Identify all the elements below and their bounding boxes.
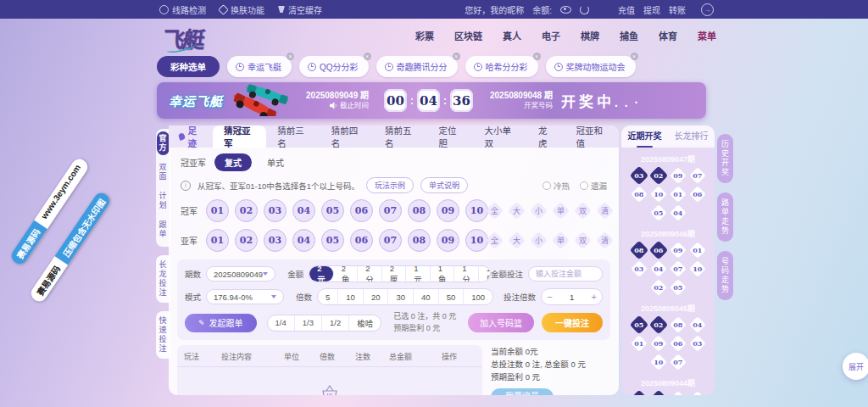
quick-select-button[interactable]: 单 [552,231,570,249]
nav-item[interactable]: 彩票 [415,29,434,42]
close-icon[interactable] [287,53,294,60]
trail-button[interactable]: 足迹 [169,125,213,149]
multiple-option[interactable]: 30 [388,289,414,304]
multiple-option[interactable]: 100 [464,289,492,304]
game-tab[interactable]: QQ分分彩 [299,56,369,77]
number-ball[interactable]: 04 [292,229,315,252]
multiple-option[interactable]: 50 [439,289,465,304]
amount-option[interactable]: 1厘 [479,266,491,282]
game-tab[interactable]: 哈希分分彩 [465,56,538,77]
rail-pill[interactable]: 长龙投注 [156,255,170,303]
number-ball[interactable]: 07 [379,229,402,252]
add-to-basket-button[interactable]: 加入号码篮 [468,313,534,332]
nav-item[interactable]: 棋牌 [581,29,599,42]
side-pill[interactable]: 路单走势 [717,192,733,242]
logout-icon[interactable] [701,3,714,16]
lottery-menu-button[interactable]: 彩种选单 [157,56,220,77]
fraction-option[interactable]: 1/3 [295,315,322,331]
bet-type-tab[interactable]: 冠亚和值 [565,125,619,148]
nav-item[interactable]: 真人 [503,29,521,42]
bet-type-tab[interactable]: 猜前五名 [374,125,427,148]
quick-select-button[interactable]: 大 [508,231,526,249]
radio-option[interactable]: 冷热 [542,180,570,192]
close-icon[interactable] [364,53,371,60]
recent-tab[interactable]: 长龙排行 [668,125,715,148]
tip-button[interactable]: 玩法示例 [366,177,414,193]
refresh-icon[interactable] [580,5,589,14]
amount-option[interactable]: 2元 [309,266,334,282]
rail-item[interactable]: 计划 [157,189,170,213]
number-ball[interactable]: 09 [437,199,459,222]
number-ball[interactable]: 06 [350,199,373,222]
site-logo[interactable]: 飞艇 [163,22,203,53]
bet-multiple-input[interactable] [559,292,585,303]
amount-option[interactable]: 2分 [358,266,382,282]
close-icon[interactable] [631,53,638,60]
amount-input[interactable] [528,266,603,282]
number-ball[interactable]: 07 [379,199,402,222]
bet-type-tab[interactable]: 猜前四名 [320,125,374,148]
plus-button[interactable]: + [592,293,597,302]
number-ball[interactable]: 06 [350,229,373,252]
expand-button[interactable]: 展开 [843,353,868,380]
number-ball[interactable]: 08 [408,229,431,252]
multiple-option[interactable]: 40 [414,289,439,304]
number-ball[interactable]: 05 [321,229,344,252]
start-follow-button[interactable]: ✎ 发起跟单 [185,314,257,332]
speaker-icon[interactable] [330,102,337,109]
amount-option[interactable]: 2厘 [382,266,407,282]
mode-select[interactable]: 176.94-0% [206,289,284,304]
bet-type-tab[interactable]: 猜冠亚军 [213,125,266,148]
rail-item[interactable]: 双面 [157,160,170,184]
fraction-option[interactable]: 1/2 [322,315,349,331]
number-ball[interactable]: 10 [465,199,488,222]
radio-option[interactable]: 遗漏 [580,180,607,192]
topbar-link[interactable]: 线路检测 [159,3,206,16]
topbar-link[interactable]: 清空缓存 [278,3,322,16]
nav-item[interactable]: 体育 [659,29,677,42]
side-pill[interactable]: 号码走势 [717,251,733,300]
number-ball[interactable]: 08 [408,199,431,222]
number-ball[interactable]: 01 [206,199,229,222]
game-tab[interactable]: 奖牌动物运动会 [546,56,636,77]
topbar-action[interactable]: 转账 [669,3,686,16]
quick-select-button[interactable]: 双 [574,202,592,220]
quick-select-button[interactable]: 全 [486,231,504,249]
mode-pill[interactable]: 复式 [214,153,252,171]
quick-select-button[interactable]: 大 [508,202,526,220]
mode-pill[interactable]: 单式 [257,153,294,171]
amount-option[interactable]: 1分 [454,266,479,282]
minus-button[interactable]: − [547,293,552,302]
quick-select-button[interactable]: 小 [530,202,548,220]
nav-item[interactable]: 捕鱼 [620,29,638,42]
quick-select-button[interactable]: 清 [596,231,614,249]
number-ball[interactable]: 02 [235,229,258,252]
close-icon[interactable] [533,53,541,60]
topbar-action[interactable]: 提现 [643,3,660,16]
multiple-option[interactable]: 20 [364,289,389,304]
number-ball[interactable]: 03 [264,199,287,222]
quick-select-button[interactable]: 小 [530,231,548,249]
close-icon[interactable] [453,53,460,60]
game-tab[interactable]: 幸运飞艇 [227,56,292,77]
side-pill[interactable]: 历史开奖 [717,134,733,183]
bet-type-tab[interactable]: 定位胆 [427,125,473,148]
multiple-option[interactable]: 10 [338,289,364,304]
rail-pill[interactable]: 快速投注 [156,311,170,359]
rail-item[interactable]: 跟单 [157,218,170,242]
topbar-action[interactable]: 充值 [618,3,635,16]
topbar-link[interactable]: 换肤功能 [220,3,264,16]
one-key-bet-button[interactable]: 一键投注 [542,313,603,332]
multiple-option[interactable]: 5 [318,289,338,304]
fraction-option[interactable]: 梭哈 [349,315,381,331]
amount-option[interactable]: 2角 [334,266,359,282]
nav-item[interactable]: 菜单 [698,29,716,42]
number-ball[interactable]: 10 [465,229,488,252]
nav-item[interactable]: 电子 [542,29,560,42]
fraction-option[interactable]: 1/4 [268,315,295,331]
tip-button[interactable]: 单式说明 [420,177,468,193]
chase-number-button[interactable]: 我要追号 [491,388,554,395]
number-ball[interactable]: 04 [292,199,315,222]
number-ball[interactable]: 05 [321,199,344,222]
quick-select-button[interactable]: 清 [596,202,614,220]
